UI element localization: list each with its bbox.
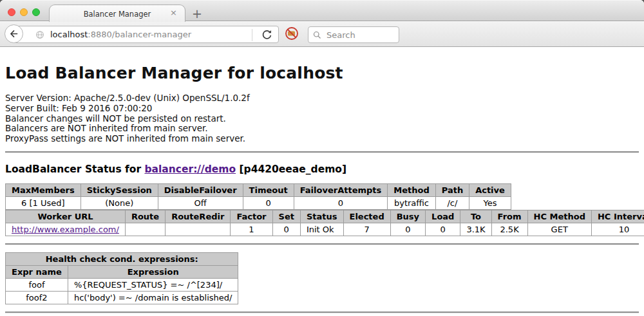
column-header: RouteRedir <box>166 210 231 223</box>
column-header: HC Interval <box>591 210 644 223</box>
divider <box>5 151 639 153</box>
column-header: Set <box>272 210 300 223</box>
cell-set: 0 <box>272 223 300 236</box>
cell-elected: 7 <box>343 223 390 236</box>
table-row: foof2 hc('body') =~ /domain is establish… <box>6 291 238 304</box>
search-bar[interactable] <box>308 26 399 43</box>
cell-failoverattempts: 0 <box>294 196 388 209</box>
cell-route <box>125 223 165 236</box>
cell-expression: hc('body') =~ /domain is established/ <box>68 291 238 304</box>
proxypass-note-line: ProxyPass settings are NOT inherited fro… <box>5 134 639 144</box>
table-title-row: Health check cond. expressions: <box>6 252 238 265</box>
cell-active: Yes <box>469 196 511 209</box>
server-version-line: Server Version: Apache/2.5.0-dev (Unix) … <box>5 93 639 104</box>
url-text: localhost:8880/balancer-manager <box>50 30 191 39</box>
table-row: foof %{REQUEST_STATUS} =~ /^[234]/ <box>6 278 238 291</box>
url-path: :8880/balancer-manager <box>88 30 191 39</box>
table-header-row: Expr name Expression <box>6 265 238 278</box>
cell-load: 0 <box>426 223 460 236</box>
cell-hc-interval: 10 <box>591 223 644 236</box>
title-bar: Balancer Manager × + <box>0 0 644 21</box>
reload-icon[interactable] <box>260 28 273 41</box>
inherit-note-line: Balancers are NOT inherited from main se… <box>5 124 639 134</box>
worker-url-link[interactable]: http://www.example.com/ <box>12 225 119 234</box>
url-bar[interactable]: localhost:8880/balancer-manager <box>14 26 279 43</box>
column-header: Worker URL <box>6 210 126 223</box>
cell-expr-name: foof <box>6 278 68 291</box>
cell-routeredir <box>166 223 231 236</box>
cell-method: bytraffic <box>388 196 435 209</box>
column-header: From <box>491 210 527 223</box>
status-prefix: LoadBalancer Status for <box>5 163 144 175</box>
column-header: Method <box>388 183 435 196</box>
cell-timeout: 0 <box>243 196 294 209</box>
browser-tab[interactable]: Balancer Manager × <box>49 5 185 23</box>
table-header-row: MaxMembers StickySession DisableFailover… <box>6 183 511 196</box>
server-built-line: Server Built: Feb 9 2016 07:00:20 <box>5 104 639 114</box>
back-arrow-icon <box>8 28 19 39</box>
worker-status-table: Worker URL Route RouteRedir Factor Set S… <box>5 210 644 236</box>
new-tab-button[interactable]: + <box>189 6 205 21</box>
cell-expr-name: foof2 <box>6 291 68 304</box>
column-header: HC Method <box>527 210 591 223</box>
column-header: FailoverAttempts <box>294 183 388 196</box>
cell-path: /c/ <box>435 196 469 209</box>
column-header: Expr name <box>6 265 68 278</box>
column-header: MaxMembers <box>6 183 81 196</box>
column-header: StickySession <box>80 183 158 196</box>
column-header: DisableFailover <box>158 183 243 196</box>
worker-row: http://www.example.com/ 1 0 Init Ok 7 0 … <box>6 223 644 236</box>
cell-stickysession: (None) <box>80 196 158 209</box>
cell-maxmembers: 6 [1 Used] <box>6 196 81 209</box>
column-header: Expression <box>68 265 238 278</box>
browser-window: Balancer Manager × + localhost:8880/bala… <box>0 0 644 316</box>
site-identity-globe-icon[interactable] <box>35 30 45 40</box>
column-header: Elected <box>343 210 390 223</box>
column-header: Status <box>300 210 343 223</box>
search-icon <box>312 30 322 40</box>
navigation-toolbar: localhost:8880/balancer-manager <box>0 22 644 47</box>
divider <box>5 243 639 245</box>
close-window-button[interactable] <box>8 8 15 16</box>
cell-to: 3.1K <box>460 223 491 236</box>
cell-status: Init Ok <box>300 223 343 236</box>
back-button[interactable] <box>5 24 23 43</box>
column-header: Factor <box>231 210 272 223</box>
search-input[interactable] <box>325 30 395 41</box>
cell-worker-url: http://www.example.com/ <box>6 223 126 236</box>
cell-disablefailover: Off <box>158 196 243 209</box>
cell-busy: 0 <box>390 223 425 236</box>
balancer-demo-link[interactable]: balancer://demo <box>144 163 236 175</box>
zoom-window-button[interactable] <box>32 8 40 16</box>
column-header: Path <box>435 183 469 196</box>
page-content: Load Balancer Manager for localhost Serv… <box>0 48 644 316</box>
url-domain: localhost <box>50 30 88 39</box>
balancer-settings-table: MaxMembers StickySession DisableFailover… <box>5 183 511 210</box>
persist-note-line: Balancer changes will NOT be persisted o… <box>5 114 639 124</box>
minimize-window-button[interactable] <box>20 8 28 16</box>
page-title: Load Balancer Manager for localhost <box>5 64 639 82</box>
balancer-status-heading: LoadBalancer Status for balancer://demo … <box>5 163 639 175</box>
column-header: Timeout <box>243 183 294 196</box>
column-header: To <box>460 210 491 223</box>
cell-expression: %{REQUEST_STATUS} =~ /^[234]/ <box>68 278 238 291</box>
health-table-title: Health check cond. expressions: <box>6 252 238 265</box>
divider <box>5 311 639 313</box>
table-row: 6 [1 Used] (None) Off 0 0 bytraffic /c/ … <box>6 196 511 209</box>
server-info: Server Version: Apache/2.5.0-dev (Unix) … <box>5 93 639 144</box>
tab-title: Balancer Manager <box>84 10 151 19</box>
health-check-table: Health check cond. expressions: Expr nam… <box>5 252 238 304</box>
table-header-row: Worker URL Route RouteRedir Factor Set S… <box>6 210 644 223</box>
cell-from: 2.5K <box>491 223 527 236</box>
cell-hc-method: GET <box>527 223 591 236</box>
content-blocked-icon[interactable] <box>284 26 299 41</box>
tab-close-icon[interactable]: × <box>170 8 177 17</box>
column-header: Route <box>125 210 165 223</box>
status-suffix: [p4420eeae_demo] <box>236 163 346 175</box>
column-header: Busy <box>390 210 425 223</box>
url-divider <box>252 29 252 41</box>
column-header: Load <box>426 210 460 223</box>
column-header: Active <box>469 183 511 196</box>
cell-factor: 1 <box>231 223 272 236</box>
